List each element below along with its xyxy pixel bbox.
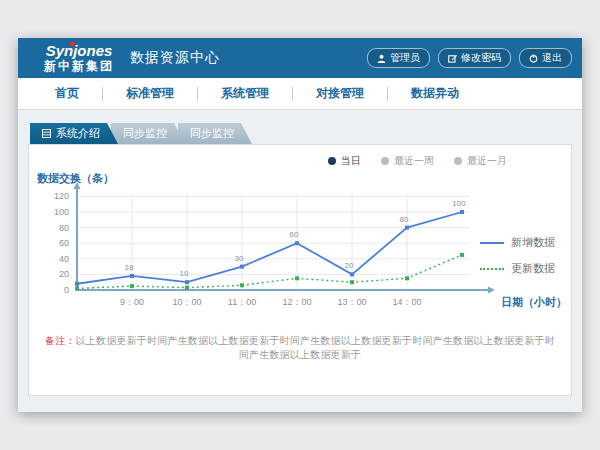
page-title: 数据资源中心 (130, 49, 220, 67)
svg-text:30: 30 (235, 254, 244, 263)
main-nav: 首页 标准管理 系统管理 对接管理 数据异动 (18, 78, 582, 110)
logo-brand-text: Synjones (44, 43, 114, 60)
admin-user-button[interactable]: 管理员 (367, 48, 430, 68)
change-password-label: 修改密码 (461, 51, 501, 65)
svg-text:18: 18 (125, 263, 134, 272)
svg-text:60: 60 (59, 238, 69, 248)
svg-text:9：00: 9：00 (120, 297, 144, 307)
nav-item-data-change[interactable]: 数据异动 (388, 85, 482, 102)
radio-last-month[interactable]: 最近一月 (454, 154, 507, 168)
app-header: Synjones 新中新集团 数据资源中心 管理员 修改密码 退出 (18, 38, 582, 78)
legend-line-dotted (480, 268, 504, 270)
radio-label: 最近一周 (394, 154, 434, 168)
svg-text:13：00: 13：00 (337, 297, 366, 307)
nav-item-home[interactable]: 首页 (32, 85, 102, 102)
tab-sync-monitor-2[interactable]: 同步监控 (178, 123, 252, 144)
power-icon (529, 54, 538, 63)
app-window: Synjones 新中新集团 数据资源中心 管理员 修改密码 退出 (18, 38, 582, 412)
svg-text:14：00: 14：00 (392, 297, 421, 307)
svg-text:数据交换（条）: 数据交换（条） (36, 172, 114, 185)
admin-user-label: 管理员 (390, 51, 420, 65)
chart-legend: 新增数据 更新数据 (480, 235, 555, 287)
footnote-label: 备注： (45, 335, 76, 346)
svg-text:10: 10 (180, 269, 189, 278)
document-grid-icon (42, 128, 51, 140)
footnote: 备注：以上数据更新于时间产生数据以上数据更新于时间产生数据以上数据更新于时间产生… (45, 326, 555, 362)
company-logo: Synjones 新中新集团 (44, 43, 114, 73)
svg-text:日期（小时）: 日期（小时） (501, 296, 567, 309)
nav-item-interface-mgmt[interactable]: 对接管理 (293, 85, 387, 102)
chart-panel: 当日 最近一周 最近一月 0204060801001209：0010：0011：… (28, 144, 572, 396)
tab-label: 系统介绍 (56, 126, 100, 141)
svg-text:120: 120 (54, 191, 69, 201)
header-actions: 管理员 修改密码 退出 (367, 48, 572, 68)
svg-text:10：00: 10：00 (172, 297, 201, 307)
radio-today[interactable]: 当日 (328, 154, 361, 168)
svg-text:100: 100 (54, 207, 69, 217)
logout-label: 退出 (542, 51, 562, 65)
radio-label: 当日 (341, 154, 361, 168)
svg-text:80: 80 (400, 215, 409, 224)
nav-item-system-mgmt[interactable]: 系统管理 (198, 85, 292, 102)
change-password-button[interactable]: 修改密码 (438, 48, 511, 68)
edit-icon (448, 54, 457, 63)
legend-label: 新增数据 (511, 235, 555, 250)
legend-line-solid (480, 242, 504, 244)
svg-text:11：00: 11：00 (228, 297, 256, 307)
legend-item-updated-data[interactable]: 更新数据 (480, 261, 555, 276)
svg-text:80: 80 (59, 223, 69, 233)
content-area: 系统介绍 同步监控 同步监控 当日 最近一周 (18, 110, 582, 412)
nav-item-standard-mgmt[interactable]: 标准管理 (103, 85, 197, 102)
time-range-filters: 当日 最近一周 最近一月 (31, 151, 569, 168)
svg-text:20: 20 (345, 261, 354, 270)
logo-company-name: 新中新集团 (44, 60, 114, 73)
radio-last-week[interactable]: 最近一周 (381, 154, 434, 168)
tab-label: 同步监控 (190, 126, 234, 141)
logout-button[interactable]: 退出 (519, 48, 572, 68)
tab-label: 同步监控 (123, 126, 167, 141)
legend-label: 更新数据 (511, 261, 555, 276)
radio-unselected-icon (381, 157, 389, 165)
legend-item-new-data[interactable]: 新增数据 (480, 235, 555, 250)
radio-selected-icon (328, 157, 336, 165)
svg-text:60: 60 (290, 230, 299, 239)
svg-text:20: 20 (59, 269, 69, 279)
svg-text:100: 100 (452, 199, 466, 208)
svg-text:12：00: 12：00 (282, 297, 311, 307)
tab-bar: 系统介绍 同步监控 同步监控 (30, 123, 572, 144)
radio-label: 最近一月 (467, 154, 507, 168)
tab-system-intro[interactable]: 系统介绍 (30, 123, 118, 144)
footnote-text: 以上数据更新于时间产生数据以上数据更新于时间产生数据以上数据更新于时间产生数据以… (76, 335, 555, 360)
radio-unselected-icon (454, 157, 462, 165)
user-icon (377, 54, 386, 63)
logo-red-accent (70, 42, 75, 46)
svg-text:0: 0 (64, 285, 69, 295)
svg-text:40: 40 (59, 254, 69, 264)
tab-sync-monitor-1[interactable]: 同步监控 (111, 123, 185, 144)
